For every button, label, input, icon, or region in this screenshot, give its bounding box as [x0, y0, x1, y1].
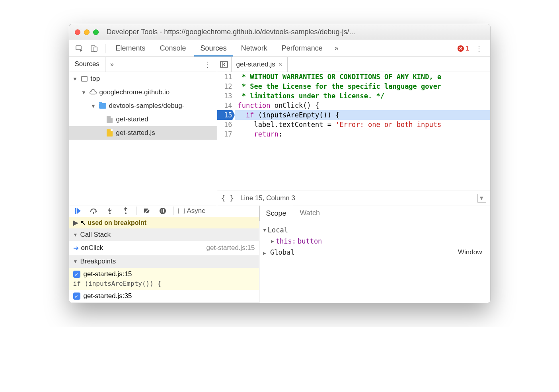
tree-node-file-html[interactable]: get-started: [69, 113, 217, 126]
code-lines[interactable]: * WITHOUT WARRANTIES OR CONDITIONS OF AN…: [235, 72, 490, 191]
tabs-overflow-button[interactable]: »: [331, 44, 343, 53]
svg-point-6: [93, 212, 94, 214]
scope-this-value: button: [298, 237, 322, 245]
navigate-files-button[interactable]: [217, 57, 232, 72]
line-number[interactable]: 12: [217, 82, 232, 91]
svg-point-8: [125, 213, 127, 214]
scope-global-label: Global: [270, 248, 294, 256]
disclosure-triangle-icon: ▼: [73, 259, 78, 264]
document-icon: [106, 115, 114, 123]
editor-tab-file[interactable]: get-started.js ×: [232, 57, 288, 72]
step-over-button[interactable]: [88, 205, 99, 216]
breakpoints-section: ▼ Breakpoints ✓ get-started.js:15 if (in…: [69, 255, 259, 303]
editor-status-bar: { } Line 15, Column 3 ▾: [217, 191, 490, 205]
devtools-window: Developer Tools - https://googlechrome.g…: [69, 24, 491, 303]
cloud-icon: [89, 88, 97, 96]
content-area: Sources » ⋮ ▼ top ▼ googlechrome.github.…: [69, 57, 490, 303]
titlebar: Developer Tools - https://googlechrome.g…: [69, 24, 490, 40]
error-count: 1: [466, 45, 469, 53]
line-number[interactable]: 17: [217, 129, 232, 139]
breakpoint-item[interactable]: ✓ get-started.js:15 if (inputsAreEmpty()…: [69, 268, 259, 290]
async-checkbox[interactable]: Async: [178, 207, 205, 215]
scope-global-value: Window: [458, 248, 482, 256]
code-editor[interactable]: 11 12 13 14 15 16 17 * WITHOUT WARRANTIE…: [217, 72, 490, 191]
device-toolbar-icon[interactable]: [88, 42, 101, 55]
breakpoint-label: get-started.js:15: [84, 270, 132, 278]
tab-elements[interactable]: Elements: [109, 40, 152, 57]
checkbox-checked-icon[interactable]: ✓: [73, 293, 80, 300]
line-number-breakpoint[interactable]: 15: [217, 110, 232, 120]
scope-local-label: Local: [268, 226, 288, 234]
scope-global[interactable]: ▶ Global Window: [263, 247, 486, 258]
scope-local[interactable]: ▼ Local: [263, 224, 486, 236]
line-number[interactable]: 14: [217, 101, 232, 110]
scope-watch-tabs: Scope Watch: [259, 205, 490, 221]
svg-rect-11: [162, 209, 162, 213]
navigator-menu-button[interactable]: ⋮: [198, 60, 217, 69]
disclosure-triangle-icon: ▼: [72, 76, 78, 82]
tree-node-domain[interactable]: ▼ googlechrome.github.io: [69, 86, 217, 99]
cursor-arrow-icon: ↖: [80, 219, 86, 226]
tree-label: devtools-samples/debug-: [109, 102, 185, 110]
line-number[interactable]: 16: [217, 120, 232, 129]
disclosure-triangle-icon: ▶: [263, 250, 266, 256]
svg-rect-0: [76, 46, 81, 50]
inspect-element-icon[interactable]: [72, 42, 86, 55]
pause-on-exceptions-button[interactable]: [157, 205, 168, 216]
breakpoint-item[interactable]: ✓ get-started.js:35: [69, 290, 259, 302]
step-into-button[interactable]: [104, 205, 115, 216]
scope-this[interactable]: ▶ this: button: [263, 236, 486, 247]
line-number[interactable]: 11: [217, 72, 232, 82]
checkbox-checked-icon[interactable]: ✓: [73, 271, 80, 278]
zoom-window-button[interactable]: [93, 29, 99, 35]
code-line: label.textContent = 'Error: one or both …: [235, 120, 490, 129]
breakpoints-header[interactable]: ▼ Breakpoints: [69, 255, 259, 268]
settings-menu-button[interactable]: ⋮: [471, 44, 487, 53]
code-line-highlighted: if (inputsAreEmpty()) {: [235, 110, 490, 120]
call-stack-header[interactable]: ▼ Call Stack: [69, 228, 259, 241]
line-gutter[interactable]: 11 12 13 14 15 16 17: [217, 72, 235, 191]
pretty-print-button[interactable]: { }: [221, 194, 234, 202]
tab-sources[interactable]: Sources: [194, 40, 233, 57]
tab-console[interactable]: Console: [154, 40, 193, 57]
tab-network[interactable]: Network: [235, 40, 274, 57]
tree-label: top: [91, 75, 100, 83]
play-triangle-icon: ▶: [73, 219, 78, 226]
editor-pane: get-started.js × 11 12 13 14 15 16 17 * …: [217, 57, 490, 303]
traffic-lights: [75, 29, 99, 35]
minimize-window-button[interactable]: [84, 29, 90, 35]
editor-tab-bar: get-started.js ×: [217, 57, 490, 72]
code-line: * limitations under the License. */: [235, 91, 490, 101]
disclosure-triangle-icon: ▼: [91, 103, 96, 109]
line-number[interactable]: 13: [217, 91, 232, 101]
debugger-toolbar: Async: [69, 205, 259, 217]
resume-button[interactable]: [72, 205, 84, 216]
close-tab-icon[interactable]: ×: [279, 60, 282, 68]
async-label: Async: [187, 207, 205, 215]
stack-frame[interactable]: ➔ onClick get-started.js:15: [69, 241, 259, 255]
call-stack-title: Call Stack: [80, 231, 111, 239]
tab-watch[interactable]: Watch: [293, 205, 327, 221]
navigator-tab-sources[interactable]: Sources: [69, 57, 105, 72]
error-badge[interactable]: ✕ 1: [458, 45, 469, 53]
navigator-overflow-button[interactable]: »: [105, 61, 119, 68]
svg-rect-5: [75, 208, 76, 214]
tree-node-top[interactable]: ▼ top: [69, 72, 217, 86]
editor-menu-button[interactable]: ▾: [477, 194, 486, 203]
step-out-button[interactable]: [120, 205, 131, 216]
main-tab-bar: Elements Console Sources Network Perform…: [69, 40, 490, 57]
deactivate-breakpoints-button[interactable]: [141, 205, 152, 216]
tree-node-file-js[interactable]: get-started.js: [69, 126, 217, 140]
tree-label: get-started.js: [116, 129, 155, 137]
paused-banner[interactable]: ▶ ↖ used on breakpoint: [69, 217, 259, 228]
window-title: Developer Tools - https://googlechrome.g…: [107, 28, 485, 36]
navigator-tab-bar: Sources » ⋮: [69, 57, 217, 72]
stack-frame-fn: ➔ onClick: [73, 244, 103, 252]
tree-node-folder[interactable]: ▼ devtools-samples/debug-: [69, 99, 217, 113]
cursor-position: Line 15, Column 3: [240, 194, 295, 202]
tab-performance[interactable]: Performance: [275, 40, 329, 57]
separator: [105, 44, 105, 53]
close-window-button[interactable]: [75, 29, 80, 35]
tab-scope[interactable]: Scope: [259, 206, 293, 221]
code-line: return:: [235, 129, 490, 139]
